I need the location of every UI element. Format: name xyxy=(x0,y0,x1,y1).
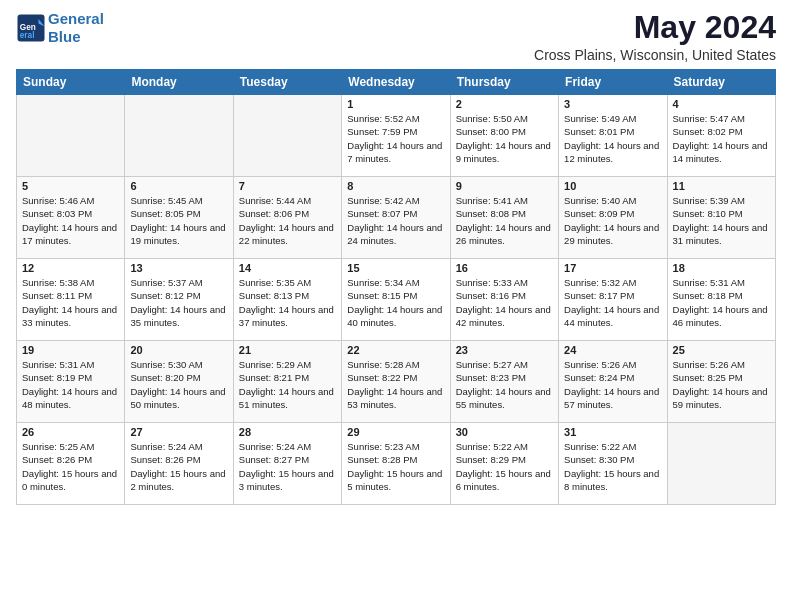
day-info: Sunrise: 5:42 AMSunset: 8:07 PMDaylight:… xyxy=(347,194,444,247)
day-cell-11: 11Sunrise: 5:39 AMSunset: 8:10 PMDayligh… xyxy=(667,177,775,259)
day-info: Sunrise: 5:31 AMSunset: 8:18 PMDaylight:… xyxy=(673,276,770,329)
day-cell-5: 5Sunrise: 5:46 AMSunset: 8:03 PMDaylight… xyxy=(17,177,125,259)
weekday-header-thursday: Thursday xyxy=(450,70,558,95)
day-cell-14: 14Sunrise: 5:35 AMSunset: 8:13 PMDayligh… xyxy=(233,259,341,341)
day-info: Sunrise: 5:46 AMSunset: 8:03 PMDaylight:… xyxy=(22,194,119,247)
day-info: Sunrise: 5:35 AMSunset: 8:13 PMDaylight:… xyxy=(239,276,336,329)
day-number: 24 xyxy=(564,344,661,356)
day-number: 1 xyxy=(347,98,444,110)
day-cell-30: 30Sunrise: 5:22 AMSunset: 8:29 PMDayligh… xyxy=(450,423,558,505)
week-row-1: 1Sunrise: 5:52 AMSunset: 7:59 PMDaylight… xyxy=(17,95,776,177)
week-row-4: 19Sunrise: 5:31 AMSunset: 8:19 PMDayligh… xyxy=(17,341,776,423)
main-container: Gen eral General Blue May 2024 Cross Pla… xyxy=(0,0,792,511)
day-number: 22 xyxy=(347,344,444,356)
day-number: 27 xyxy=(130,426,227,438)
week-row-3: 12Sunrise: 5:38 AMSunset: 8:11 PMDayligh… xyxy=(17,259,776,341)
day-cell-12: 12Sunrise: 5:38 AMSunset: 8:11 PMDayligh… xyxy=(17,259,125,341)
day-info: Sunrise: 5:34 AMSunset: 8:15 PMDaylight:… xyxy=(347,276,444,329)
day-cell-6: 6Sunrise: 5:45 AMSunset: 8:05 PMDaylight… xyxy=(125,177,233,259)
day-number: 11 xyxy=(673,180,770,192)
day-info: Sunrise: 5:26 AMSunset: 8:24 PMDaylight:… xyxy=(564,358,661,411)
day-cell-2: 2Sunrise: 5:50 AMSunset: 8:00 PMDaylight… xyxy=(450,95,558,177)
day-info: Sunrise: 5:27 AMSunset: 8:23 PMDaylight:… xyxy=(456,358,553,411)
day-number: 29 xyxy=(347,426,444,438)
logo-general: General xyxy=(48,10,104,27)
day-cell-16: 16Sunrise: 5:33 AMSunset: 8:16 PMDayligh… xyxy=(450,259,558,341)
day-info: Sunrise: 5:41 AMSunset: 8:08 PMDaylight:… xyxy=(456,194,553,247)
day-number: 6 xyxy=(130,180,227,192)
day-info: Sunrise: 5:44 AMSunset: 8:06 PMDaylight:… xyxy=(239,194,336,247)
day-info: Sunrise: 5:50 AMSunset: 8:00 PMDaylight:… xyxy=(456,112,553,165)
day-info: Sunrise: 5:39 AMSunset: 8:10 PMDaylight:… xyxy=(673,194,770,247)
day-cell-7: 7Sunrise: 5:44 AMSunset: 8:06 PMDaylight… xyxy=(233,177,341,259)
day-cell-4: 4Sunrise: 5:47 AMSunset: 8:02 PMDaylight… xyxy=(667,95,775,177)
day-info: Sunrise: 5:49 AMSunset: 8:01 PMDaylight:… xyxy=(564,112,661,165)
day-info: Sunrise: 5:29 AMSunset: 8:21 PMDaylight:… xyxy=(239,358,336,411)
day-cell-15: 15Sunrise: 5:34 AMSunset: 8:15 PMDayligh… xyxy=(342,259,450,341)
weekday-header-friday: Friday xyxy=(559,70,667,95)
day-info: Sunrise: 5:52 AMSunset: 7:59 PMDaylight:… xyxy=(347,112,444,165)
day-number: 15 xyxy=(347,262,444,274)
day-number: 2 xyxy=(456,98,553,110)
header: Gen eral General Blue May 2024 Cross Pla… xyxy=(16,10,776,63)
day-cell-29: 29Sunrise: 5:23 AMSunset: 8:28 PMDayligh… xyxy=(342,423,450,505)
day-info: Sunrise: 5:23 AMSunset: 8:28 PMDaylight:… xyxy=(347,440,444,493)
day-info: Sunrise: 5:32 AMSunset: 8:17 PMDaylight:… xyxy=(564,276,661,329)
weekday-header-tuesday: Tuesday xyxy=(233,70,341,95)
empty-cell xyxy=(233,95,341,177)
day-number: 4 xyxy=(673,98,770,110)
logo-blue: Blue xyxy=(48,28,81,45)
day-cell-1: 1Sunrise: 5:52 AMSunset: 7:59 PMDaylight… xyxy=(342,95,450,177)
title-block: May 2024 Cross Plains, Wisconsin, United… xyxy=(534,10,776,63)
day-number: 28 xyxy=(239,426,336,438)
day-cell-24: 24Sunrise: 5:26 AMSunset: 8:24 PMDayligh… xyxy=(559,341,667,423)
day-info: Sunrise: 5:38 AMSunset: 8:11 PMDaylight:… xyxy=(22,276,119,329)
day-info: Sunrise: 5:28 AMSunset: 8:22 PMDaylight:… xyxy=(347,358,444,411)
day-info: Sunrise: 5:22 AMSunset: 8:30 PMDaylight:… xyxy=(564,440,661,493)
day-number: 17 xyxy=(564,262,661,274)
day-info: Sunrise: 5:37 AMSunset: 8:12 PMDaylight:… xyxy=(130,276,227,329)
day-number: 5 xyxy=(22,180,119,192)
day-cell-19: 19Sunrise: 5:31 AMSunset: 8:19 PMDayligh… xyxy=(17,341,125,423)
day-cell-26: 26Sunrise: 5:25 AMSunset: 8:26 PMDayligh… xyxy=(17,423,125,505)
day-cell-27: 27Sunrise: 5:24 AMSunset: 8:26 PMDayligh… xyxy=(125,423,233,505)
day-cell-17: 17Sunrise: 5:32 AMSunset: 8:17 PMDayligh… xyxy=(559,259,667,341)
day-info: Sunrise: 5:24 AMSunset: 8:26 PMDaylight:… xyxy=(130,440,227,493)
svg-text:eral: eral xyxy=(20,31,35,40)
day-cell-13: 13Sunrise: 5:37 AMSunset: 8:12 PMDayligh… xyxy=(125,259,233,341)
day-number: 23 xyxy=(456,344,553,356)
day-number: 31 xyxy=(564,426,661,438)
day-info: Sunrise: 5:22 AMSunset: 8:29 PMDaylight:… xyxy=(456,440,553,493)
empty-cell xyxy=(125,95,233,177)
day-number: 30 xyxy=(456,426,553,438)
day-info: Sunrise: 5:45 AMSunset: 8:05 PMDaylight:… xyxy=(130,194,227,247)
logo-text: General Blue xyxy=(48,10,104,46)
day-cell-22: 22Sunrise: 5:28 AMSunset: 8:22 PMDayligh… xyxy=(342,341,450,423)
day-number: 18 xyxy=(673,262,770,274)
day-number: 10 xyxy=(564,180,661,192)
day-info: Sunrise: 5:26 AMSunset: 8:25 PMDaylight:… xyxy=(673,358,770,411)
day-number: 19 xyxy=(22,344,119,356)
month-year: May 2024 xyxy=(534,10,776,45)
empty-cell xyxy=(667,423,775,505)
day-cell-10: 10Sunrise: 5:40 AMSunset: 8:09 PMDayligh… xyxy=(559,177,667,259)
day-cell-18: 18Sunrise: 5:31 AMSunset: 8:18 PMDayligh… xyxy=(667,259,775,341)
weekday-header-wednesday: Wednesday xyxy=(342,70,450,95)
week-row-2: 5Sunrise: 5:46 AMSunset: 8:03 PMDaylight… xyxy=(17,177,776,259)
day-number: 9 xyxy=(456,180,553,192)
week-row-5: 26Sunrise: 5:25 AMSunset: 8:26 PMDayligh… xyxy=(17,423,776,505)
weekday-header-saturday: Saturday xyxy=(667,70,775,95)
day-cell-23: 23Sunrise: 5:27 AMSunset: 8:23 PMDayligh… xyxy=(450,341,558,423)
weekday-header-sunday: Sunday xyxy=(17,70,125,95)
day-info: Sunrise: 5:40 AMSunset: 8:09 PMDaylight:… xyxy=(564,194,661,247)
logo: Gen eral General Blue xyxy=(16,10,104,46)
weekday-header-monday: Monday xyxy=(125,70,233,95)
day-number: 3 xyxy=(564,98,661,110)
logo-icon: Gen eral xyxy=(16,13,46,43)
day-number: 7 xyxy=(239,180,336,192)
day-number: 25 xyxy=(673,344,770,356)
day-cell-31: 31Sunrise: 5:22 AMSunset: 8:30 PMDayligh… xyxy=(559,423,667,505)
day-info: Sunrise: 5:33 AMSunset: 8:16 PMDaylight:… xyxy=(456,276,553,329)
weekday-header-row: SundayMondayTuesdayWednesdayThursdayFrid… xyxy=(17,70,776,95)
location: Cross Plains, Wisconsin, United States xyxy=(534,47,776,63)
